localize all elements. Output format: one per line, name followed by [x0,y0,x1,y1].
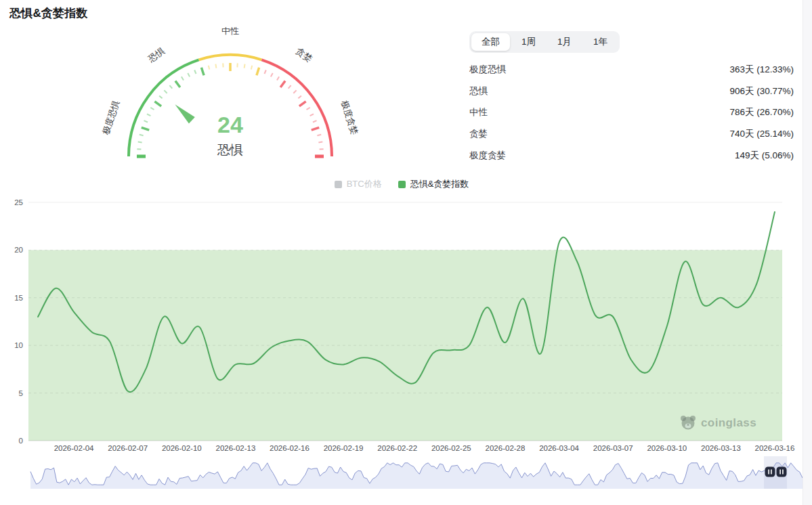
svg-text:中性: 中性 [221,27,239,36]
legend-item-fear-greed-index[interactable]: 恐惧&贪婪指数 [398,178,469,190]
legend-label: BTC价格 [347,178,382,190]
stat-value: 740天 (25.14%) [729,128,794,140]
svg-text:2026-03-04: 2026-03-04 [539,444,579,452]
datazoom-handle-left[interactable] [765,467,775,477]
svg-text:0: 0 [19,437,23,445]
stat-value: 149天 (5.06%) [735,150,794,162]
legend-label: 恐惧&贪婪指数 [410,178,469,190]
tab-1m[interactable]: 1月 [547,33,582,51]
stat-label: 恐惧 [469,85,488,97]
svg-text:2026-03-10: 2026-03-10 [647,444,687,452]
svg-text:24: 24 [217,112,243,137]
svg-text:25: 25 [14,198,23,206]
coinglass-bear-icon [680,414,696,432]
tab-1y[interactable]: 1年 [583,33,618,51]
svg-text:极度恐惧: 极度恐惧 [100,100,121,136]
scrollbar-track[interactable] [803,0,812,505]
fear-greed-page: 恐惧&贪婪指数 极度恐惧恐惧中性贪婪极度贪婪24恐惧 全部 1周 1月 1年 极… [0,0,812,505]
svg-text:2026-02-16: 2026-02-16 [270,444,309,452]
svg-text:5: 5 [19,389,23,397]
page-title: 恐惧&贪婪指数 [9,5,88,21]
stat-value: 906天 (30.77%) [729,85,794,97]
svg-text:恐惧: 恐惧 [217,143,243,157]
svg-text:2026-02-19: 2026-02-19 [324,444,364,452]
svg-text:20: 20 [14,246,23,254]
time-range-tabs: 全部 1周 1月 1年 [469,31,620,53]
legend-swatch-index [398,181,406,188]
stat-row-fear: 恐惧 906天 (30.77%) [469,81,794,102]
svg-text:恐惧: 恐惧 [146,45,167,64]
stat-label: 贪婪 [469,128,488,140]
svg-text:2026-03-16: 2026-03-16 [755,444,795,452]
legend-item-btc-price[interactable]: BTC价格 [335,178,382,190]
svg-text:2026-03-13: 2026-03-13 [701,444,741,452]
svg-text:10: 10 [14,341,23,349]
stat-value: 786天 (26.70%) [729,106,794,118]
stat-label: 极度贪婪 [469,150,506,162]
svg-text:2026-03-07: 2026-03-07 [593,444,633,452]
stat-row-extreme-greed: 极度贪婪 149天 (5.06%) [469,145,794,167]
coinglass-watermark: coinglass [680,414,756,432]
fear-greed-gauge: 极度恐惧恐惧中性贪婪极度贪婪24恐惧 [85,27,376,175]
stat-label: 极度恐惧 [469,64,506,76]
legend-swatch-btc [335,181,342,188]
svg-text:2026-02-28: 2026-02-28 [486,444,526,452]
distribution-stats: 极度恐惧 363天 (12.33%) 恐惧 906天 (30.77%) 中性 7… [469,59,794,166]
stat-value: 363天 (12.33%) [729,64,794,76]
svg-text:2026-02-04: 2026-02-04 [54,444,94,452]
svg-text:2026-02-13: 2026-02-13 [215,444,255,452]
tab-all[interactable]: 全部 [471,33,510,51]
svg-text:2026-02-22: 2026-02-22 [377,444,417,452]
data-zoom-navigator[interactable] [0,456,812,491]
datazoom-handle-right[interactable] [777,467,787,477]
svg-text:贪婪: 贪婪 [294,45,314,64]
svg-text:2026-02-25: 2026-02-25 [431,444,471,452]
stat-row-neutral: 中性 786天 (26.70%) [469,102,794,123]
svg-text:2026-02-07: 2026-02-07 [108,444,148,452]
stat-row-greed: 贪婪 740天 (25.14%) [469,123,794,145]
stat-row-extreme-fear: 极度恐惧 363天 (12.33%) [469,59,794,81]
svg-text:15: 15 [14,294,23,302]
stat-label: 中性 [469,106,488,118]
svg-text:极度贪婪: 极度贪婪 [339,100,360,136]
tab-1w[interactable]: 1周 [511,33,546,51]
svg-text:2026-02-10: 2026-02-10 [162,444,202,452]
chart-legend: BTC价格 恐惧&贪婪指数 [0,178,803,190]
watermark-text: coinglass [701,416,756,430]
